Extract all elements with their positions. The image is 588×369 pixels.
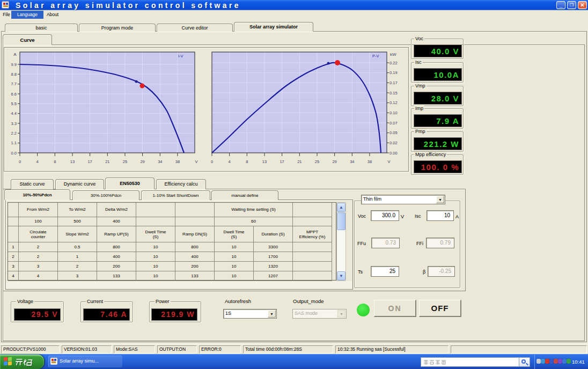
- svg-text:5.5: 5.5: [11, 101, 17, 106]
- svg-text:4: 4: [36, 159, 39, 164]
- svg-text:38: 38: [367, 159, 372, 164]
- svg-text:2.2: 2.2: [11, 131, 17, 136]
- svg-text:0: 0: [211, 159, 213, 164]
- svg-text:V: V: [195, 159, 197, 164]
- svg-text:8.8: 8.8: [11, 72, 17, 77]
- svg-text:8: 8: [54, 159, 56, 164]
- svg-text:17: 17: [87, 159, 92, 164]
- svg-text:0.22: 0.22: [389, 61, 398, 65]
- svg-text:13: 13: [70, 159, 75, 164]
- svg-text:A: A: [13, 52, 17, 57]
- svg-text:25: 25: [315, 159, 319, 164]
- svg-text:P-V: P-V: [372, 54, 379, 58]
- svg-text:0.0: 0.0: [11, 151, 17, 156]
- svg-text:V: V: [387, 159, 390, 164]
- svg-text:25: 25: [123, 159, 127, 164]
- svg-text:0.17: 0.17: [389, 80, 398, 85]
- svg-text:9.9: 9.9: [11, 62, 17, 67]
- svg-text:0.15: 0.15: [389, 91, 398, 95]
- svg-text:1.1: 1.1: [11, 141, 17, 145]
- svg-text:I-V: I-V: [178, 54, 183, 58]
- svg-text:3.3: 3.3: [11, 121, 17, 126]
- svg-text:0.05: 0.05: [389, 130, 398, 135]
- svg-text:0.12: 0.12: [389, 100, 398, 105]
- svg-text:0.07: 0.07: [389, 121, 398, 126]
- svg-text:38: 38: [175, 159, 180, 164]
- svg-text:4.4: 4.4: [11, 111, 17, 116]
- svg-text:6.6: 6.6: [11, 92, 17, 97]
- svg-text:29: 29: [140, 159, 144, 164]
- svg-text:kW: kW: [390, 52, 396, 57]
- svg-text:21: 21: [297, 159, 302, 164]
- svg-text:7.7: 7.7: [11, 82, 17, 86]
- svg-text:0.10: 0.10: [389, 110, 398, 115]
- svg-text:0: 0: [19, 159, 21, 164]
- svg-text:0.02: 0.02: [389, 141, 398, 145]
- svg-text:0.00: 0.00: [389, 151, 398, 156]
- svg-text:29: 29: [332, 159, 336, 164]
- svg-text:4: 4: [229, 159, 231, 164]
- svg-text:34: 34: [350, 159, 354, 164]
- svg-text:8: 8: [246, 159, 248, 164]
- svg-text:13: 13: [262, 159, 267, 164]
- svg-text:21: 21: [105, 159, 109, 164]
- svg-text:0.19: 0.19: [389, 70, 398, 75]
- svg-text:34: 34: [158, 159, 162, 164]
- svg-text:17: 17: [280, 159, 284, 164]
